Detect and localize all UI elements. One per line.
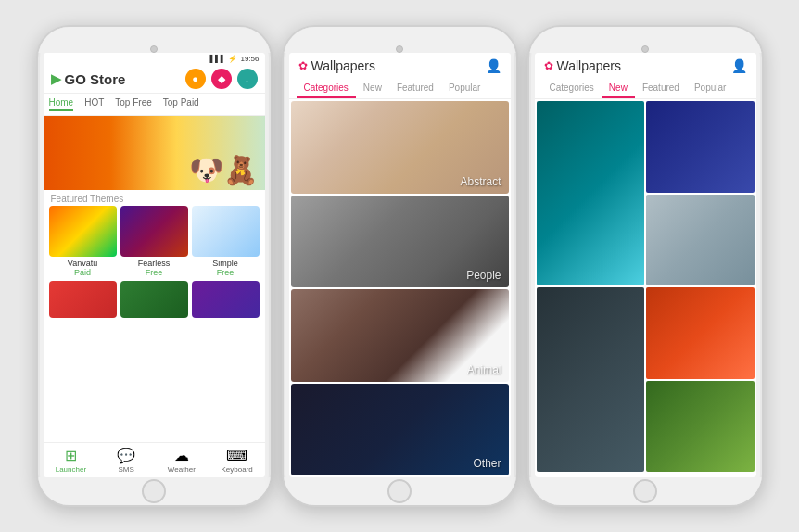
bottom-nav-weather[interactable]: ☁ Weather	[154, 447, 209, 474]
phone-3-bottom	[529, 477, 762, 505]
themes-grid: Vanvatu Paid Fearless Free Simple Free	[44, 206, 265, 281]
wp3-tabs: Categories New Featured Popular	[535, 79, 756, 99]
more-item-2[interactable]	[120, 281, 188, 318]
wp2-cat-animal-label: Animal	[467, 363, 501, 376]
wp3-header: ✿ Wallpapers 👤	[535, 53, 756, 79]
keyboard-label: Keyboard	[222, 465, 253, 474]
theme-card-simple[interactable]: Simple Free	[192, 206, 260, 277]
theme-card-vanvatu[interactable]: Vanvatu Paid	[49, 206, 117, 277]
theme-name-vanvatu: Vanvatu	[49, 259, 117, 268]
wp3-grid-item-2[interactable]	[646, 101, 755, 193]
wp2-tab-categories[interactable]: Categories	[297, 79, 356, 98]
wp2-cat-abstract[interactable]: Abstract	[291, 101, 509, 194]
wp2-tab-popular[interactable]: Popular	[441, 79, 488, 98]
phone-2-notch	[284, 27, 516, 53]
wp2-title-area: ✿ Wallpapers	[298, 58, 376, 73]
more-item-1[interactable]	[49, 281, 117, 318]
wp3-flower-icon: ✿	[544, 59, 553, 72]
wp2-tab-new[interactable]: New	[356, 79, 389, 98]
wp3-tab-categories[interactable]: Categories	[542, 79, 602, 98]
nav-hot[interactable]: HOT	[84, 97, 104, 111]
nav-home[interactable]: Home	[49, 97, 74, 111]
wp2-cat-abstract-label: Abstract	[460, 175, 501, 188]
phone-1-screen: ▌▌▌ ⚡ 19:56 ▶ GO Store ● ◆ ↓ Home HOT	[44, 53, 265, 477]
wp3-tab-popular[interactable]: Popular	[687, 79, 733, 98]
phone-1-notch	[38, 27, 271, 53]
go-store-title-text: GO Store	[65, 71, 126, 87]
launcher-icon: ⊞	[65, 447, 77, 464]
wp3-tab-featured[interactable]: Featured	[635, 79, 687, 98]
wp2-search-icon[interactable]: 👤	[486, 58, 501, 73]
theme-price-vanvatu: Paid	[49, 268, 117, 277]
hero-banner-image: 🐶🧸	[44, 116, 265, 190]
phone-3-home-button[interactable]	[633, 479, 657, 503]
phone-2: ✿ Wallpapers 👤 Categories New Featured P…	[282, 25, 518, 507]
featured-themes-label: Featured Themes	[44, 190, 265, 206]
phone-2-screen: ✿ Wallpapers 👤 Categories New Featured P…	[289, 53, 511, 477]
wp3-grid-item-3[interactable]	[646, 195, 755, 286]
sms-icon: 💬	[117, 447, 135, 464]
wifi-icon: ⚡	[228, 55, 237, 63]
wp2-cat-people-label: People	[466, 269, 501, 282]
wp2-header: ✿ Wallpapers 👤	[289, 53, 511, 79]
theme-img-fearless	[120, 206, 188, 257]
more-item-3[interactable]	[192, 281, 260, 318]
phone-2-home-button[interactable]	[387, 479, 412, 503]
theme-price-fearless: Free	[120, 268, 188, 277]
wp2-cat-animal[interactable]: Animal	[291, 289, 509, 382]
wp3-tab-new[interactable]: New	[602, 79, 635, 98]
hero-characters: 🐶🧸	[189, 154, 265, 190]
wp2-flower-icon: ✿	[298, 59, 308, 72]
hero-banner: 🐶🧸	[44, 116, 265, 190]
wp3-search-icon[interactable]: 👤	[731, 58, 747, 73]
wp3-title-area: ✿ Wallpapers	[544, 58, 622, 73]
weather-label: Weather	[168, 465, 196, 474]
wp2-cat-people[interactable]: People	[291, 196, 509, 288]
coins-icon[interactable]: ●	[185, 69, 206, 89]
go-store-nav: Home HOT Top Free Top Paid	[44, 94, 265, 116]
phone-3-notch	[529, 27, 762, 53]
go-store-actions: ● ◆ ↓	[185, 69, 258, 89]
theme-img-vanvatu	[49, 206, 117, 257]
wp3-grid-item-1[interactable]	[537, 101, 645, 285]
wp3-grid-item-4[interactable]	[646, 287, 755, 379]
wp2-cat-other-label: Other	[473, 457, 501, 470]
phone-2-bottom	[284, 477, 516, 505]
launcher-label: Launcher	[56, 465, 86, 474]
diamond-icon[interactable]: ◆	[211, 69, 232, 89]
wp2-categories: Abstract People Animal Other	[289, 99, 511, 477]
phone-3-screen: ✿ Wallpapers 👤 Categories New Featured P…	[535, 53, 756, 477]
wp2-cat-other[interactable]: Other	[291, 384, 509, 476]
wp3-grid-item-7[interactable]	[537, 287, 645, 472]
wp3-title: Wallpapers	[557, 58, 622, 73]
phone-1-bottom	[38, 477, 271, 505]
theme-img-simple	[192, 206, 260, 257]
phone-1: ▌▌▌ ⚡ 19:56 ▶ GO Store ● ◆ ↓ Home HOT	[36, 25, 273, 507]
bottom-nav-launcher[interactable]: ⊞ Launcher	[44, 447, 99, 474]
go-store-header: ▶ GO Store ● ◆ ↓	[44, 63, 265, 94]
wp2-tab-featured[interactable]: Featured	[389, 79, 441, 98]
phones-container: ▌▌▌ ⚡ 19:56 ▶ GO Store ● ◆ ↓ Home HOT	[27, 16, 773, 516]
wp2-tabs: Categories New Featured Popular	[289, 79, 511, 99]
time-display: 19:56	[240, 55, 259, 63]
theme-name-fearless: Fearless	[120, 259, 188, 268]
phone-1-camera	[150, 45, 158, 53]
phone-1-home-button[interactable]	[142, 479, 166, 503]
sms-label: SMS	[118, 465, 133, 474]
phone-3: ✿ Wallpapers 👤 Categories New Featured P…	[527, 25, 764, 507]
nav-top-free[interactable]: Top Free	[115, 97, 151, 111]
go-store-title-area: ▶ GO Store	[51, 71, 126, 87]
status-bar-1: ▌▌▌ ⚡ 19:56	[44, 53, 265, 63]
nav-top-paid[interactable]: Top Paid	[163, 97, 199, 111]
phone-3-camera	[641, 45, 649, 53]
download-icon[interactable]: ↓	[237, 69, 258, 89]
signal-icon: ▌▌▌	[209, 55, 225, 63]
wp3-grid-item-5[interactable]	[646, 381, 755, 473]
weather-icon: ☁	[174, 447, 189, 464]
bottom-nav-sms[interactable]: 💬 SMS	[98, 447, 154, 474]
theme-price-simple: Free	[192, 268, 260, 277]
wp3-grid	[535, 99, 756, 477]
keyboard-icon: ⌨	[226, 447, 247, 464]
bottom-nav-keyboard[interactable]: ⌨ Keyboard	[209, 447, 265, 474]
theme-card-fearless[interactable]: Fearless Free	[120, 206, 188, 277]
